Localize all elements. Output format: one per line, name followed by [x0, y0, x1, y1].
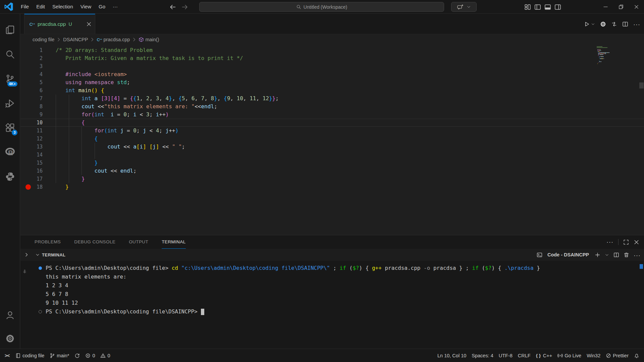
code-editor[interactable]: 1/* 2D arrays: Standard Problem2 Print M…	[20, 45, 644, 235]
status-problems-errors[interactable]: 0	[83, 351, 98, 361]
run-dropdown-icon[interactable]	[591, 22, 595, 26]
line-number[interactable]: 1	[20, 46, 43, 54]
status-language-mode[interactable]: { }C++	[533, 351, 555, 361]
line-number[interactable]: 11	[20, 127, 43, 135]
breadcrumb-item-file[interactable]: C++ pracdsa.cpp	[97, 37, 130, 42]
new-terminal-icon[interactable]	[595, 252, 600, 258]
menu-item-moremoremore[interactable]: ···	[109, 2, 121, 11]
terminal-more-actions-icon[interactable]: ···	[634, 252, 639, 258]
tab-close-icon[interactable]	[86, 21, 92, 27]
activity-bar-item-explorer[interactable]	[0, 21, 20, 39]
split-editor-icon[interactable]	[622, 21, 628, 27]
activity-bar-item-source-control[interactable]: 4K+	[0, 70, 20, 87]
terminal-command-decoration[interactable]	[39, 310, 42, 313]
status-remote-indicator[interactable]: ><	[2, 351, 13, 361]
toggle-primary-sidebar-icon[interactable]	[534, 4, 541, 10]
line-number[interactable]: 7	[20, 95, 43, 103]
activity-bar-item-python[interactable]	[0, 168, 20, 185]
line-number[interactable]: 2	[20, 54, 43, 62]
window-close-button[interactable]	[629, 0, 644, 14]
status-encoding[interactable]: UTF-8	[496, 351, 515, 361]
line-number[interactable]: 10	[20, 119, 43, 127]
line-number[interactable]: 18	[20, 183, 43, 191]
toggle-panel-icon[interactable]	[544, 4, 551, 10]
chevron-right-icon	[56, 37, 61, 42]
window-restore-button[interactable]	[613, 0, 629, 14]
run-button-icon[interactable]	[584, 21, 590, 27]
panel-tab-debug-console[interactable]: DEBUG CONSOLE	[74, 235, 115, 249]
maximize-panel-icon[interactable]	[623, 239, 629, 245]
launch-profile-dropdown-icon[interactable]	[605, 253, 609, 257]
line-number[interactable]: 8	[20, 103, 43, 111]
status-sync-changes[interactable]	[72, 351, 83, 361]
copilot-button[interactable]	[451, 2, 477, 12]
navigate-forward-icon[interactable]	[181, 4, 188, 10]
terminal-tab-label[interactable]: Code - DSAINCPP	[547, 252, 589, 257]
line-number[interactable]: 14	[20, 151, 43, 159]
minimap[interactable]	[597, 46, 621, 64]
line-number[interactable]: 9	[20, 111, 43, 119]
line-number[interactable]: 6	[20, 86, 43, 95]
status-go-live[interactable]: Go Live	[555, 351, 584, 361]
breadcrumb-item-subfolder[interactable]: DSAINCPP	[63, 37, 88, 42]
compare-changes-icon[interactable]	[611, 21, 617, 27]
breadcrumb-item-symbol[interactable]: main()	[139, 37, 159, 42]
activity-bar-item-run-and-debug[interactable]	[0, 95, 20, 112]
kill-terminal-icon[interactable]	[624, 252, 629, 258]
code-line-3: 3	[20, 62, 644, 70]
status-platform[interactable]: Win32	[584, 351, 603, 361]
line-number[interactable]: 3	[20, 62, 43, 70]
status-workspace[interactable]: coding file	[13, 351, 47, 361]
line-number[interactable]: 16	[20, 167, 43, 175]
panel-tab-problems[interactable]: PROBLEMS	[35, 235, 61, 249]
terminal-line-1: PS C:\Users\admin\Desktop\coding file> c…	[20, 264, 644, 273]
overview-ruler[interactable]	[639, 45, 644, 235]
activity-bar-item-settings[interactable]	[0, 330, 20, 347]
toggle-secondary-sidebar-icon[interactable]	[554, 4, 561, 10]
line-number[interactable]: 12	[20, 135, 43, 143]
status-eol-sequence[interactable]: CRLF	[515, 351, 533, 361]
panel-tab-output[interactable]: OUTPUT	[129, 235, 148, 249]
terminal-content[interactable]: PS C:\Users\admin\Desktop\coding file> c…	[20, 261, 644, 349]
indent-guide	[56, 95, 56, 183]
status-git-branch[interactable]: main*	[47, 351, 72, 361]
menu-item-file[interactable]: File	[17, 2, 33, 11]
panel-tab-terminal[interactable]: TERMINAL	[162, 235, 185, 249]
activity-bar-item-search[interactable]	[0, 46, 20, 63]
status-indentation[interactable]: Spaces: 4	[469, 351, 496, 361]
code-text: int a [3][4] = {{1, 2, 3, 4}, {5, 6, 7, …	[43, 95, 279, 103]
menu-item-go[interactable]: Go	[95, 2, 109, 11]
panel-chevron-right-icon[interactable]	[24, 252, 29, 257]
line-number[interactable]: 15	[20, 159, 43, 167]
activity-bar-item-r-language[interactable]: R	[0, 143, 20, 161]
panel-more-actions-icon[interactable]: ···	[606, 239, 613, 246]
window-minimize-button[interactable]	[598, 0, 613, 14]
line-number[interactable]: 5	[20, 78, 43, 86]
code-line-1: 1/* 2D arrays: Standard Problem	[20, 46, 644, 54]
customize-layout-icon[interactable]	[524, 4, 531, 10]
line-number[interactable]: 13	[20, 143, 43, 151]
status-prettier[interactable]: Prettier	[603, 351, 631, 361]
activity-bar-item-extensions[interactable]: 3	[0, 119, 20, 136]
line-number[interactable]: 17	[20, 175, 43, 183]
line-number[interactable]: 4	[20, 70, 43, 78]
settings-gear-icon[interactable]	[600, 21, 606, 27]
navigate-back-icon[interactable]	[169, 4, 176, 10]
activity-bar-item-accounts[interactable]	[0, 306, 20, 324]
status-cursor-position[interactable]: Ln 10, Col 10	[435, 351, 469, 361]
tab-pracdsa-cpp[interactable]: C++ pracdsa.cpp U	[24, 14, 95, 34]
restore-icon	[619, 4, 624, 9]
command-center-search[interactable]: Untitled (Workspace)	[199, 2, 444, 12]
breadcrumb-item-folder[interactable]: coding file	[33, 37, 54, 42]
more-actions-icon[interactable]: ···	[633, 21, 639, 27]
status-problems-warnings[interactable]: 0	[98, 351, 113, 361]
menu-item-view[interactable]: View	[77, 2, 95, 11]
breakpoint-icon[interactable]	[25, 184, 31, 190]
terminal-command-decoration[interactable]	[39, 266, 42, 270]
terminal-section-chevron-icon[interactable]	[35, 252, 40, 257]
close-panel-icon[interactable]	[634, 239, 639, 245]
split-terminal-icon[interactable]	[613, 252, 619, 258]
menu-item-edit[interactable]: Edit	[33, 2, 49, 11]
menu-item-selection[interactable]: Selection	[49, 2, 77, 11]
status-notifications[interactable]	[631, 351, 642, 361]
